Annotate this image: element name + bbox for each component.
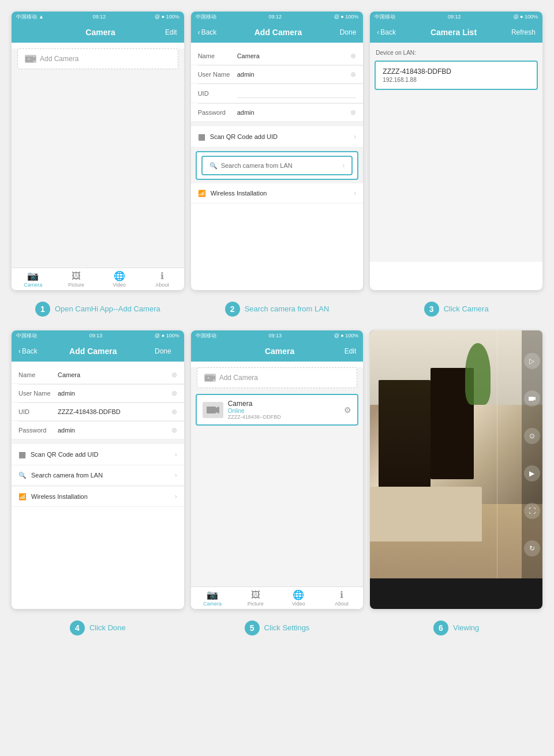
step-2-text: Search camera from LAN bbox=[245, 304, 330, 314]
add-camera-label-1: Add Camera bbox=[40, 55, 78, 63]
wireless-label-4: Wireless Installation bbox=[31, 493, 170, 500]
uid-label-4: UID bbox=[18, 408, 53, 415]
camera-name-5: Camera bbox=[228, 400, 340, 408]
password-clear-icon[interactable]: ⊗ bbox=[350, 108, 356, 116]
username-row: User Name admin ⊗ bbox=[191, 66, 364, 84]
tab-camera-5[interactable]: 📷 Camera bbox=[191, 590, 234, 607]
nav-bar-4: ‹ Back Add Camera Done bbox=[12, 341, 184, 362]
nav-refresh-3[interactable]: Refresh bbox=[511, 28, 536, 36]
empty-area-5 bbox=[191, 430, 364, 546]
tab-camera-1[interactable]: 📷 Camera bbox=[12, 272, 55, 288]
screen-1-camera-main: 中国移动 ▲ 09:12 @ ● 100% Camera Edit bbox=[12, 12, 184, 290]
tab-video-5[interactable]: 🌐 Video bbox=[277, 590, 320, 607]
tab-video-label: Video bbox=[113, 282, 126, 288]
screen-4-add-camera-filled: 中国移动 09:13 @ ● 100% ‹ Back Add Camera Do… bbox=[12, 330, 184, 609]
nav-edit-5[interactable]: Edit bbox=[345, 347, 357, 355]
username-value[interactable]: admin bbox=[237, 71, 346, 78]
scan-qr-row-4[interactable]: ▦ Scan QR Code add UID › bbox=[12, 444, 184, 465]
step-1-circle: 1 bbox=[35, 302, 50, 317]
svg-marker-1 bbox=[33, 57, 36, 61]
bottom-screens-grid: 中国移动 09:13 @ ● 100% ‹ Back Add Camera Do… bbox=[12, 330, 542, 609]
screen-6-video: ▷ ⊙ ▶ ⛶ ↻ bbox=[370, 330, 542, 609]
username-clear-4[interactable]: ⊗ bbox=[171, 389, 177, 397]
video-tab-icon: 🌐 bbox=[114, 272, 125, 281]
uid-clear-4[interactable]: ⊗ bbox=[171, 408, 177, 416]
back-button-4[interactable]: ‹ Back bbox=[18, 347, 38, 355]
username-clear-icon[interactable]: ⊗ bbox=[350, 70, 356, 78]
tab-video-1[interactable]: 🌐 Video bbox=[98, 272, 141, 288]
video-ctrl-refresh[interactable]: ↻ bbox=[524, 540, 540, 556]
password-clear-4[interactable]: ⊗ bbox=[171, 426, 177, 434]
search-lan-chevron-4: › bbox=[175, 471, 177, 479]
step-3-text: Click Camera bbox=[444, 304, 489, 314]
wireless-install-row[interactable]: 📶 Wireless Installation › bbox=[191, 183, 364, 204]
add-camera-button-1[interactable]: + Add Camera bbox=[17, 48, 178, 69]
name-value[interactable]: Camera bbox=[237, 52, 346, 59]
time-1: 09:12 bbox=[93, 14, 106, 20]
search-lan-row-4[interactable]: 🔍 Search camera from LAN › bbox=[12, 465, 184, 486]
status-bar-1: 中国移动 ▲ 09:12 @ ● 100% bbox=[12, 12, 184, 22]
video-ctrl-play[interactable]: ▶ bbox=[524, 465, 540, 482]
password-label: Password bbox=[198, 109, 233, 116]
back-chevron-2: ‹ bbox=[198, 28, 200, 36]
device-ip: 192.168.1.88 bbox=[383, 77, 530, 83]
video-ctrl-fullscreen[interactable]: ⛶ bbox=[524, 503, 540, 519]
uid-row: UID bbox=[191, 84, 364, 103]
signal-icon-1: ▲ bbox=[39, 14, 44, 20]
password-value[interactable]: admin bbox=[237, 109, 346, 116]
status-bar-4: 中国移动 09:13 @ ● 100% bbox=[12, 330, 184, 341]
settings-gear-icon[interactable]: ⚙ bbox=[344, 405, 351, 415]
scan-qr-row[interactable]: ▦ Scan QR Code add UID › bbox=[191, 126, 364, 148]
nav-done-4[interactable]: Done bbox=[149, 345, 177, 357]
search-lan-row[interactable]: 🔍 Search camera from LAN › bbox=[201, 156, 353, 175]
back-button-2[interactable]: ‹ Back bbox=[198, 28, 217, 36]
back-button-3[interactable]: ‹ Back bbox=[377, 28, 396, 36]
video-ctrl-camera[interactable] bbox=[524, 390, 540, 407]
status-bar-2: 中国移动 09:12 @ ● 100% bbox=[191, 12, 364, 22]
camera-device-row[interactable]: ZZZZ-418438-DDFBD 192.168.1.88 bbox=[375, 61, 538, 90]
password-value-4[interactable]: admin bbox=[58, 427, 167, 434]
video-ctrl-record[interactable]: ⊙ bbox=[524, 428, 540, 444]
username-value-4[interactable]: admin bbox=[58, 390, 167, 397]
about-tab-icon: ℹ bbox=[160, 272, 164, 281]
video-content: ▷ ⊙ ▶ ⛶ ↻ bbox=[370, 330, 542, 578]
wireless-chevron-4: › bbox=[175, 492, 177, 501]
name-label-4: Name bbox=[18, 371, 53, 378]
add-camera-button-5[interactable]: + Add Camera bbox=[197, 367, 358, 388]
step-6-label: 6 Viewing bbox=[370, 616, 542, 640]
camera-online-row[interactable]: Camera Online ZZZZ-418438--DDFBD ⚙ bbox=[196, 394, 359, 426]
steps-row-1: 1 Open CamHi App--Add Camera 2 Search ca… bbox=[12, 297, 542, 321]
wireless-install-row-4[interactable]: 📶 Wireless Installation › bbox=[12, 487, 184, 507]
wireless-label: Wireless Installation bbox=[211, 190, 350, 197]
wifi-icon: 📶 bbox=[198, 190, 206, 197]
status-bar-5: 中国移动 09:13 @ ● 100% bbox=[191, 330, 364, 341]
username-row-4: User Name admin ⊗ bbox=[12, 385, 184, 403]
tab-picture-1[interactable]: 🖼 Picture bbox=[55, 272, 98, 288]
nav-done-2[interactable]: Done bbox=[340, 28, 357, 36]
name-label: Name bbox=[198, 52, 233, 59]
step-3-circle: 3 bbox=[424, 302, 439, 317]
name-value-4[interactable]: Camera bbox=[58, 371, 167, 378]
screen-2-add-camera: 中国移动 09:12 @ ● 100% ‹ Back Add Camera Do… bbox=[191, 12, 364, 290]
uid-row-4: UID ZZZZ-418438-DDFBD ⊗ bbox=[12, 403, 184, 421]
camera-info: Camera Online ZZZZ-418438--DDFBD bbox=[228, 400, 340, 420]
name-row-4: Name Camera ⊗ bbox=[12, 366, 184, 384]
name-clear-4[interactable]: ⊗ bbox=[171, 371, 177, 379]
battery-1: @ ● 100% bbox=[155, 14, 179, 20]
tab-about-1[interactable]: ℹ About bbox=[141, 272, 184, 288]
nav-edit-1[interactable]: Edit bbox=[165, 28, 177, 36]
nav-title-2: Add Camera bbox=[254, 28, 302, 37]
vertical-divider bbox=[497, 330, 497, 578]
camera-thumbnail bbox=[203, 402, 223, 418]
carrier-1: 中国移动 bbox=[16, 13, 37, 21]
video-ctrl-rotate[interactable]: ▷ bbox=[524, 353, 540, 369]
tab-bar-5: 📷 Camera 🖼 Picture 🌐 Video ℹ About bbox=[191, 586, 364, 609]
tab-picture-5[interactable]: 🖼 Picture bbox=[234, 590, 277, 607]
screen-3-camera-list: 中国移动 09:12 @ ● 100% ‹ Back Camera List R… bbox=[370, 12, 542, 290]
uid-value-4[interactable]: ZZZZ-418438-DDFBD bbox=[58, 408, 167, 415]
uid-value[interactable] bbox=[237, 89, 357, 98]
nav-title-1: Camera bbox=[85, 28, 115, 37]
step-4-circle: 4 bbox=[70, 620, 85, 635]
name-clear-icon[interactable]: ⊗ bbox=[350, 52, 356, 60]
tab-about-5[interactable]: ℹ About bbox=[320, 590, 364, 607]
